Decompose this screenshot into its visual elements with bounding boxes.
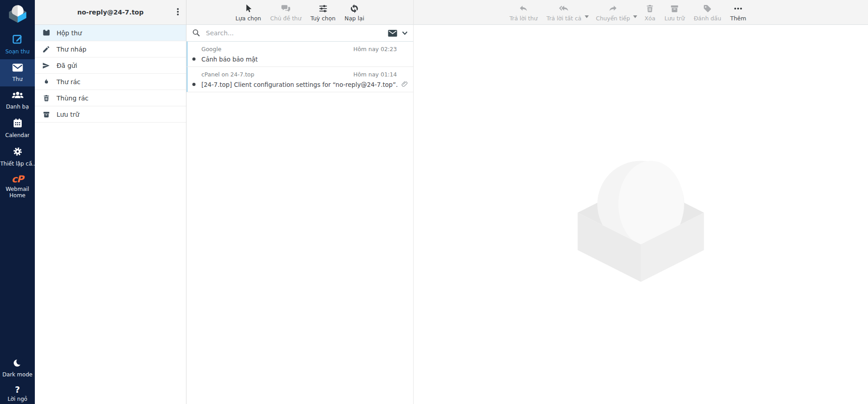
sidebar-item-label: Danh bạ [6, 104, 29, 110]
sidebar-item-label: Thiết lập cấ... [0, 161, 35, 167]
message-toolbar: Trả lời thư Trả lời tất cả Chuyể [414, 0, 868, 25]
reply-all-button[interactable]: Trả lời tất cả [544, 2, 585, 23]
folder-pane-header: no-reply@24-7.top [35, 0, 186, 25]
chevron-down-icon [402, 31, 408, 35]
sidebar-item-label: Webmail Home [4, 186, 31, 199]
sidebar-item-calendar[interactable]: Calendar [0, 114, 35, 143]
webmail-logo[interactable] [7, 0, 28, 29]
cursor-icon [243, 3, 253, 14]
tag-icon [702, 3, 712, 14]
sidebar-item-dark-mode[interactable]: Dark mode [0, 354, 35, 382]
forward-icon [607, 3, 618, 14]
message-sender: Google [201, 46, 221, 52]
inbox-icon [42, 29, 51, 37]
sidebar-item-compose[interactable]: Soạn thư [0, 29, 35, 59]
folder-label: Thư rác [57, 78, 81, 86]
unread-dot [192, 57, 196, 61]
message-subject: Cảnh báo bảo mật [201, 56, 401, 63]
sidebar-item-label: Dark mode [2, 371, 32, 378]
message-list-pane: Google Hôm nay 02:23 Cảnh báo bảo mật cP… [186, 25, 414, 404]
folder-item-archive[interactable]: Lưu trữ [35, 106, 186, 123]
compose-icon [12, 33, 24, 47]
trash-icon [645, 3, 654, 14]
folder-label: Thùng rác [57, 95, 89, 102]
fire-icon [42, 78, 51, 86]
message-row[interactable]: Google Hôm nay 02:23 Cảnh báo bảo mật [186, 42, 413, 67]
kebab-icon [175, 8, 181, 16]
sidebar-item-mail[interactable]: Thư [0, 59, 35, 86]
message-date: Hôm nay 01:14 [353, 71, 397, 78]
moon-icon [13, 358, 23, 370]
sidebar-item-about[interactable]: ? Lời ngỏ [0, 382, 35, 404]
search-icon [192, 29, 201, 38]
webmail-app: Soạn thư Thư D [0, 0, 868, 404]
message-subject: [24-7.top] Client configuration settings… [201, 81, 401, 88]
folder-label: Đã gửi [57, 62, 77, 69]
folder-label: Thư nháp [57, 46, 86, 53]
folder-label: Hộp thư [57, 29, 82, 37]
chevron-down-icon[interactable] [585, 13, 589, 19]
folder-item-inbox[interactable]: Hộp thư [35, 25, 186, 41]
envelope-icon [388, 29, 397, 37]
message-row[interactable]: cPanel on 24-7.top Hôm nay 01:14 [24-7.t… [186, 67, 413, 92]
refresh-button[interactable]: Nạp lại [341, 2, 367, 23]
search-bar [186, 25, 413, 42]
mail-icon [12, 63, 24, 74]
message-sender: cPanel on 24-7.top [201, 71, 254, 78]
select-button[interactable]: Lựa chọn [232, 2, 264, 23]
question-icon: ? [15, 385, 20, 394]
folder-item-drafts[interactable]: Thư nháp [35, 41, 186, 57]
message-date: Hôm nay 02:23 [353, 46, 397, 52]
reply-icon [518, 3, 529, 14]
sidebar-item-label: Calendar [5, 132, 30, 138]
sidebar-item-settings[interactable]: Thiết lập cấ... [0, 143, 35, 171]
watermark-logo [571, 157, 711, 293]
reply-button[interactable]: Trả lời thư [506, 2, 541, 23]
more-button[interactable]: Thêm [727, 2, 749, 23]
ellipsis-icon [733, 3, 744, 14]
folder-list: Hộp thư Thư nháp Đã gửi [35, 25, 186, 404]
folder-label: Lưu trữ [57, 111, 79, 118]
search-input[interactable] [205, 29, 384, 37]
folder-item-junk[interactable]: Thư rác [35, 74, 186, 90]
main-area: no-reply@24-7.top Lựa chọn [35, 0, 868, 404]
message-view-pane [414, 25, 868, 404]
account-title: no-reply@24-7.top [77, 9, 143, 16]
people-icon [11, 90, 24, 102]
attachment-icon [401, 81, 409, 88]
pencil-icon [42, 45, 51, 53]
sidebar-item-label: Lời ngỏ [8, 396, 28, 402]
cpanel-logo-icon: cP [12, 175, 24, 184]
webmail-logo-icon [7, 4, 28, 25]
unread-dot [192, 83, 196, 86]
sidebar-item-label: Thư [12, 76, 23, 82]
options-button[interactable]: Tuỳ chọn [307, 2, 339, 23]
folder-item-sent[interactable]: Đã gửi [35, 57, 186, 74]
sidebar: Soạn thư Thư D [0, 0, 35, 404]
refresh-icon [349, 3, 359, 14]
list-toolbar: Lựa chọn Chủ đề thư Tuỳ [186, 0, 414, 25]
calendar-icon [12, 118, 23, 130]
archive-button[interactable]: Lưu trữ [661, 2, 688, 23]
archive-icon [670, 3, 679, 14]
chevron-down-icon[interactable] [633, 13, 637, 19]
archive-icon [42, 110, 51, 119]
delete-button[interactable]: Xóa [641, 2, 658, 23]
trash-icon [42, 94, 51, 102]
folder-actions-button[interactable] [173, 6, 183, 19]
gear-icon [12, 146, 23, 159]
search-scope-button[interactable] [388, 29, 408, 37]
sliders-icon [318, 3, 328, 14]
chat-bubbles-icon [281, 3, 291, 14]
sidebar-item-webmail-home[interactable]: cP Webmail Home [0, 171, 35, 203]
forward-button[interactable]: Chuyển tiếp [593, 2, 634, 23]
reply-all-icon [558, 3, 570, 14]
folder-item-trash[interactable]: Thùng rác [35, 90, 186, 106]
paper-plane-icon [42, 62, 51, 70]
sidebar-item-label: Soạn thư [5, 48, 30, 55]
sidebar-item-contacts[interactable]: Danh bạ [0, 86, 35, 114]
mark-button[interactable]: Đánh dấu [691, 2, 725, 23]
threads-button[interactable]: Chủ đề thư [267, 2, 305, 23]
